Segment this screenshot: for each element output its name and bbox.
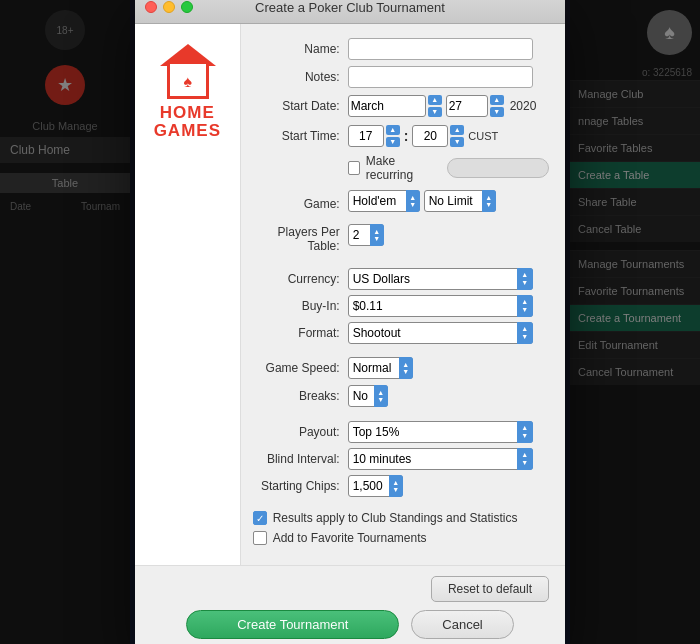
month-stepper: ▲ ▼ [428,94,442,118]
blind-interval-arrow[interactable]: ▲▼ [517,448,533,470]
players-label: Players Per Table: [253,225,348,253]
blind-interval-row: Blind Interval: 10 minutes ▲▼ [253,448,549,470]
game-row: Game: Hold'em ▲▼ No Limit ▲▼ [253,190,549,218]
game-selects: Hold'em ▲▼ No Limit ▲▼ [348,190,496,212]
btn-row-bottom: Create Tournament Cancel [151,610,549,639]
breaks-select: No ▲▼ [348,385,388,407]
year-value: 2020 [510,99,537,113]
notes-input[interactable] [348,66,533,88]
payout-row: Payout: Top 15% ▲▼ [253,421,549,443]
buyin-arrow[interactable]: ▲▼ [517,295,533,317]
format-box[interactable]: Shootout [348,322,533,344]
date-group: March ▲ ▼ 27 ▲ [348,94,537,118]
game-label: Game: [253,197,348,211]
logo-area: ♠ HOME GAMES [135,24,241,565]
day-value: 27 [449,99,462,113]
format-arrow[interactable]: ▲▼ [517,322,533,344]
buyin-select: $0.11 ▲▼ [348,295,533,317]
hour-up[interactable]: ▲ [386,125,400,135]
modal-dialog: Create a Poker Club Tournament ♠ HOME GA… [135,0,565,644]
game-limit-arrow[interactable]: ▲▼ [482,190,496,212]
modal-buttons: Reset to default Create Tournament Cance… [135,565,565,645]
reset-button[interactable]: Reset to default [431,576,549,602]
time-suffix: CUST [468,130,498,142]
recurring-text: Make recurring [366,154,434,182]
month-up[interactable]: ▲ [428,95,442,105]
day-select-wrapper: 27 ▲ ▼ [446,94,504,118]
currency-row: Currency: US Dollars ▲▼ [253,268,549,290]
breaks-arrow[interactable]: ▲▼ [374,385,388,407]
recurring-checkbox[interactable] [348,161,360,175]
add-favorites-label: Add to Favorite Tournaments [253,531,427,545]
modal-titlebar: Create a Poker Club Tournament [135,0,565,24]
game-speed-select: Normal ▲▼ [348,357,413,379]
starting-chips-arrow[interactable]: ▲▼ [389,475,403,497]
payout-box[interactable]: Top 15% [348,421,533,443]
currency-box[interactable]: US Dollars [348,268,533,290]
day-select[interactable]: 27 [446,95,488,117]
house-shape: ♠ [167,61,209,99]
game-type-arrow[interactable]: ▲▼ [406,190,420,212]
players-select: 2 ▲▼ [348,224,384,246]
hour-input[interactable]: 17 [348,125,384,147]
cancel-button[interactable]: Cancel [411,610,513,639]
add-favorites-checkbox[interactable] [253,531,267,545]
day-stepper: ▲ ▼ [490,94,504,118]
close-button[interactable] [145,1,157,13]
traffic-lights [145,1,193,13]
game-speed-arrow[interactable]: ▲▼ [399,357,413,379]
minimize-button[interactable] [163,1,175,13]
buyin-row: Buy-In: $0.11 ▲▼ [253,295,549,317]
buyin-label: Buy-In: [253,299,348,313]
name-input[interactable] [348,38,533,60]
format-row: Format: Shootout ▲▼ [253,322,549,344]
game-speed-row: Game Speed: Normal ▲▼ [253,357,549,379]
hour-wrapper: 17 ▲ ▼ [348,124,400,148]
day-up[interactable]: ▲ [490,95,504,105]
time-colon: : [404,128,409,144]
day-down[interactable]: ▼ [490,107,504,117]
minute-stepper: ▲ ▼ [450,124,464,148]
players-group: 2 ▲▼ [348,224,384,246]
recurring-slider [447,158,549,178]
start-date-label: Start Date: [253,99,348,113]
blind-interval-box[interactable]: 10 minutes [348,448,533,470]
players-arrow[interactable]: ▲▼ [370,224,384,246]
currency-arrow[interactable]: ▲▼ [517,268,533,290]
create-tournament-button[interactable]: Create Tournament [186,610,399,639]
payout-arrow[interactable]: ▲▼ [517,421,533,443]
minute-down[interactable]: ▼ [450,137,464,147]
game-limit-select: No Limit ▲▼ [424,190,496,212]
home-games-text: HOME GAMES [154,104,221,141]
results-apply-label: Results apply to Club Standings and Stat… [253,511,518,525]
blind-interval-label: Blind Interval: [253,452,348,466]
month-select[interactable]: March [348,95,426,117]
month-select-wrapper: March ▲ ▼ [348,94,442,118]
name-row: Name: [253,38,549,60]
minute-wrapper: 20 ▲ ▼ [412,124,464,148]
time-group: 17 ▲ ▼ : 20 [348,124,499,148]
results-apply-checkbox[interactable] [253,511,267,525]
starting-chips-select: 1,500 ▲▼ [348,475,403,497]
recurring-row: Make recurring [253,154,549,182]
minute-up[interactable]: ▲ [450,125,464,135]
hour-stepper: ▲ ▼ [386,124,400,148]
payout-label: Payout: [253,425,348,439]
breaks-label: Breaks: [253,389,348,403]
hour-down[interactable]: ▼ [386,137,400,147]
start-date-row: Start Date: March ▲ ▼ [253,94,549,118]
maximize-button[interactable] [181,1,193,13]
payout-select: Top 15% ▲▼ [348,421,533,443]
month-down[interactable]: ▼ [428,107,442,117]
minute-input[interactable]: 20 [412,125,448,147]
modal-overlay: Create a Poker Club Tournament ♠ HOME GA… [0,0,700,644]
recurring-label: Make recurring [348,154,549,182]
add-favorites-text: Add to Favorite Tournaments [273,531,427,545]
month-value: March [351,99,384,113]
starting-chips-label: Starting Chips: [253,479,348,493]
players-row: Players Per Table: 2 ▲▼ [253,224,549,254]
buyin-box[interactable]: $0.11 [348,295,533,317]
btn-row-top: Reset to default [151,576,549,602]
add-favorites-row: Add to Favorite Tournaments [253,531,549,545]
start-time-label: Start Time: [253,129,348,143]
